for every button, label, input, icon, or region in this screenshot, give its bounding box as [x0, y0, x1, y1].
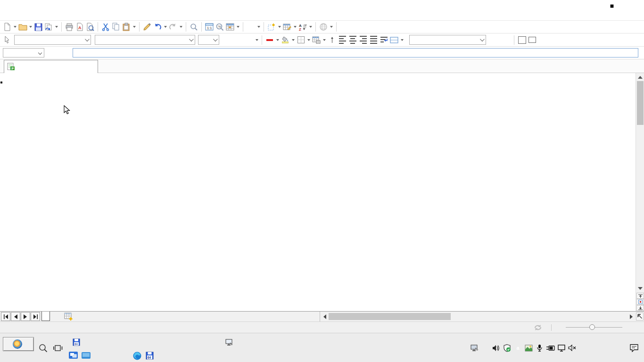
export-pdf-button[interactable]: A: [74, 21, 85, 33]
font-combobox[interactable]: [95, 35, 195, 45]
sort-filter-dropdown-icon[interactable]: [309, 26, 312, 28]
menu-datei[interactable]: [0, 11, 8, 21]
bold-button[interactable]: [223, 34, 233, 46]
quicklaunch-edge[interactable]: [132, 351, 142, 361]
open-dropdown-icon[interactable]: [29, 26, 32, 28]
align-justify-button[interactable]: [368, 34, 379, 46]
menu-hilfe[interactable]: [68, 11, 75, 21]
name-box[interactable]: [3, 48, 44, 58]
menu-format[interactable]: [23, 11, 30, 21]
basicmaker-button[interactable]: [360, 21, 370, 33]
autosum-button[interactable]: [246, 21, 256, 33]
defender-icon[interactable]: [502, 343, 512, 353]
menu-objekt[interactable]: [45, 11, 53, 21]
redo-button[interactable]: [168, 21, 178, 33]
pointer-mode-button[interactable]: [2, 34, 12, 46]
formula-input[interactable]: [73, 48, 638, 58]
scroll-up-button[interactable]: [636, 73, 644, 81]
format-as-table-button[interactable]: [282, 21, 292, 33]
insert-frame-dropdown-icon[interactable]: [278, 26, 281, 28]
mail-merge-button[interactable]: [318, 21, 329, 33]
open-button[interactable]: [17, 21, 28, 33]
menu-weiteres[interactable]: [53, 11, 60, 21]
menu-einfuegen[interactable]: [30, 11, 38, 21]
search-button[interactable]: [189, 21, 199, 33]
uvscreencamera-tray-icon[interactable]: [469, 343, 480, 353]
format-painter-button[interactable]: [142, 21, 152, 33]
horizontal-scrollbar[interactable]: [320, 312, 636, 322]
split-window-button[interactable]: [636, 299, 644, 305]
cell-format-dropdown-icon[interactable]: [323, 39, 326, 41]
vertical-scrollbar[interactable]: [636, 73, 644, 311]
font-color-button[interactable]: [264, 34, 275, 46]
print-preview-button[interactable]: [85, 21, 95, 33]
close-button[interactable]: [623, 0, 644, 11]
sheet-tab-list1[interactable]: [41, 312, 50, 321]
borders-dropdown-icon[interactable]: [307, 39, 310, 41]
scroll-down-button[interactable]: [636, 284, 644, 292]
start-button[interactable]: [3, 337, 34, 351]
align-center-button[interactable]: [347, 34, 358, 46]
microphone-icon[interactable]: [534, 343, 545, 353]
taskbar-button-total-commander[interactable]: 64: [70, 334, 145, 350]
align-right-button[interactable]: [358, 34, 368, 46]
taskbar-search-button[interactable]: [38, 343, 48, 353]
italic-button[interactable]: [233, 34, 244, 46]
quicklaunch-textmaker[interactable]: [94, 351, 104, 361]
number-format-combobox[interactable]: [409, 35, 486, 45]
display-network-icon[interactable]: [556, 343, 567, 353]
zoom-slider[interactable]: [566, 327, 622, 328]
fill-color-button[interactable]: [280, 34, 290, 46]
save-all-dropdown-icon[interactable]: [55, 26, 58, 28]
merge-cells-button[interactable]: [389, 34, 399, 46]
quicklaunch-total-commander[interactable]: 64: [145, 351, 155, 361]
view-mode-dropdown-icon[interactable]: [237, 26, 239, 28]
autosum-dropdown-icon[interactable]: [257, 26, 260, 28]
taskbar-button-planmaker[interactable]: [148, 334, 221, 350]
underline-button[interactable]: [244, 34, 254, 46]
insert-frame-button[interactable]: [266, 21, 277, 33]
zoom-button[interactable]: %: [215, 21, 225, 33]
power-plug-icon[interactable]: [545, 343, 556, 353]
scroll-left-button[interactable]: [321, 313, 329, 321]
audio-muted-icon[interactable]: [567, 343, 578, 353]
save-button[interactable]: [33, 21, 43, 33]
next-sheet-button[interactable]: [21, 312, 30, 321]
split-top-button[interactable]: [636, 293, 644, 299]
taskbar-button-uvscreencamera[interactable]: [223, 334, 296, 350]
graphics-tool-icon[interactable]: [523, 343, 534, 353]
go-to-origin-button[interactable]: [636, 313, 644, 321]
vertical-scroll-thumb[interactable]: [637, 81, 644, 125]
presentations-button[interactable]: [349, 21, 360, 33]
mail-merge-dropdown-icon[interactable]: [330, 26, 333, 28]
underline-dropdown-icon[interactable]: [256, 39, 258, 41]
save-all-button[interactable]: [43, 21, 54, 33]
split-bottom-button[interactable]: [636, 305, 644, 311]
menu-ansicht[interactable]: [15, 11, 23, 21]
quicklaunch-network-places[interactable]: [68, 351, 78, 361]
cell-style-combobox[interactable]: [14, 35, 91, 45]
cut-button[interactable]: [100, 21, 111, 33]
format-as-table-dropdown-icon[interactable]: [294, 26, 297, 28]
paste-button[interactable]: [121, 21, 132, 33]
textmaker-button[interactable]: [339, 21, 349, 33]
zoom-100-button[interactable]: 1:1: [204, 21, 215, 33]
task-view-button[interactable]: [53, 343, 63, 353]
font-size-combobox[interactable]: [198, 35, 219, 45]
align-left-button[interactable]: [337, 34, 347, 46]
scroll-right-button[interactable]: [627, 313, 635, 321]
remove-decimal-button[interactable]: [500, 34, 512, 46]
document-tab[interactable]: P: [4, 60, 98, 73]
menu-arbeitsblatt[interactable]: [38, 11, 45, 21]
font-color-dropdown-icon[interactable]: [276, 39, 279, 41]
minimize-button[interactable]: [580, 0, 602, 11]
view-mode-button[interactable]: [225, 21, 235, 33]
paste-dropdown-icon[interactable]: [133, 26, 136, 28]
new-document-button[interactable]: [2, 21, 12, 33]
quicklaunch-presentations[interactable]: [119, 351, 129, 361]
restore-button[interactable]: [602, 0, 623, 11]
menu-fenster[interactable]: [60, 11, 68, 21]
print-button[interactable]: [64, 21, 74, 33]
zoom-slider-knob[interactable]: [589, 324, 595, 330]
text-frame-button[interactable]: [517, 34, 527, 46]
